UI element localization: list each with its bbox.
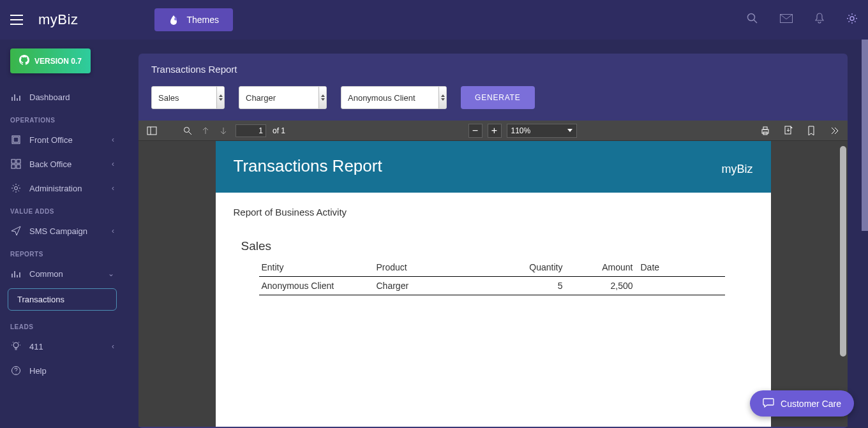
cell-date <box>636 277 725 295</box>
lightbulb-icon <box>10 341 22 352</box>
filter-client-value: Anonymous Client <box>348 93 415 103</box>
zoom-out-button[interactable]: − <box>468 124 483 138</box>
chevron-left-icon: ‹ <box>112 226 114 235</box>
sidebar-subitem-transactions[interactable]: Transactions <box>8 288 117 311</box>
select-handle-icon <box>318 87 326 108</box>
cell-quantity: 5 <box>502 277 565 295</box>
svg-rect-8 <box>11 165 15 168</box>
col-product: Product <box>374 258 502 277</box>
zoom-value: 110% <box>511 126 531 135</box>
dashboard-icon <box>10 91 22 103</box>
gear-icon[interactable] <box>846 13 858 27</box>
mail-icon[interactable] <box>780 14 793 26</box>
customer-care-button[interactable]: Customer Care <box>750 390 854 417</box>
page-title: Transactions Report <box>138 64 848 82</box>
themes-label: Themes <box>186 15 219 25</box>
page-number-input[interactable] <box>236 124 266 137</box>
sidebar-item-label: Dashboard <box>29 92 70 102</box>
header-right <box>747 13 858 27</box>
filter-product-value: Charger <box>246 93 276 103</box>
sidebar-item-back-office[interactable]: Back Office ‹ <box>0 152 124 176</box>
pdf-scrollbar[interactable] <box>840 146 846 357</box>
chevron-left-icon: ‹ <box>112 184 114 193</box>
content-card: Transactions Report Sales Charger Anonym… <box>138 54 848 428</box>
svg-rect-6 <box>11 159 15 163</box>
top-header: myBiz Themes <box>0 0 868 40</box>
sidebar-item-dashboard[interactable]: Dashboard <box>0 85 124 109</box>
col-quantity: Quantity <box>502 258 565 277</box>
sidebar-item-sms-campaign[interactable]: SMS Campaign ‹ <box>0 219 124 243</box>
pdf-search-icon[interactable] <box>182 125 193 137</box>
table-row: Anonymous Client Charger 5 2,500 <box>259 277 725 295</box>
section-reports: REPORTS <box>0 243 124 262</box>
report-subtitle: Report of Business Activity <box>234 207 753 218</box>
col-entity: Entity <box>259 258 374 277</box>
pdf-toolbar: of 1 − + 110% <box>138 121 848 141</box>
more-tools-icon[interactable] <box>828 125 840 137</box>
report-table: Entity Product Quantity Amount Date Anon… <box>259 258 725 295</box>
svg-point-15 <box>184 127 190 132</box>
filter-client-select[interactable]: Anonymous Client <box>341 86 447 109</box>
bookmark-icon[interactable] <box>805 125 817 137</box>
bell-icon[interactable] <box>814 13 825 27</box>
droplet-icon <box>168 15 179 25</box>
pdf-body[interactable]: Transactions Report myBiz Report of Busi… <box>138 141 848 427</box>
svg-line-16 <box>189 132 191 135</box>
prev-page-icon[interactable] <box>200 125 211 137</box>
send-icon <box>10 225 22 237</box>
report-title: Transactions Report <box>234 156 382 176</box>
sidebar-item-common[interactable]: Common ⌄ <box>0 262 124 286</box>
generate-button[interactable]: GENERATE <box>461 86 535 109</box>
section-leads: LEADS <box>0 316 124 334</box>
svg-rect-13 <box>147 127 156 135</box>
chevron-left-icon: ‹ <box>112 159 114 168</box>
report-content: Report of Business Activity Sales Entity… <box>216 193 771 309</box>
svg-point-11 <box>13 343 19 348</box>
chevron-left-icon: ‹ <box>112 342 114 351</box>
gear-icon <box>10 182 22 194</box>
sidebar-item-label: Administration <box>29 184 82 193</box>
sidebar-toggle-icon[interactable] <box>146 125 158 137</box>
sidebar-item-administration[interactable]: Administration ‹ <box>0 176 124 200</box>
section-operations: OPERATIONS <box>0 109 124 128</box>
sidebar-item-label: SMS Campaign <box>29 226 87 236</box>
sidebar-item-label: 411 <box>29 342 43 351</box>
svg-point-3 <box>850 17 854 20</box>
section-value-adds: VALUE ADDS <box>0 200 124 219</box>
zoom-select[interactable]: 110% <box>507 124 577 138</box>
menu-toggle-icon[interactable] <box>10 15 23 25</box>
pdf-page: Transactions Report myBiz Report of Busi… <box>216 141 771 427</box>
sidebar-item-411[interactable]: 411 ‹ <box>0 334 124 358</box>
front-office-icon <box>10 134 22 145</box>
report-brand: myBiz <box>722 163 753 176</box>
download-icon[interactable] <box>782 125 794 137</box>
github-icon <box>19 55 29 67</box>
chat-icon <box>763 397 774 410</box>
filter-type-select[interactable]: Sales <box>151 86 225 109</box>
sidebar-item-label: Front Office <box>29 135 73 145</box>
sidebar-item-front-office[interactable]: Front Office ‹ <box>0 128 124 152</box>
chevron-down-icon: ⌄ <box>108 269 114 278</box>
filter-row: Sales Charger Anonymous Client GENERATE <box>138 82 848 121</box>
print-icon[interactable] <box>760 125 771 137</box>
page-of-label: of 1 <box>273 126 285 135</box>
version-button[interactable]: VERSION 0.7 <box>10 48 91 73</box>
sidebar-item-help[interactable]: Help <box>0 358 124 383</box>
svg-point-10 <box>15 187 18 190</box>
themes-button[interactable]: Themes <box>154 8 233 31</box>
filter-type-value: Sales <box>158 93 179 103</box>
filter-product-select[interactable]: Charger <box>239 86 327 109</box>
sidebar-subitem-label: Transactions <box>17 295 64 304</box>
page-scrollbar[interactable] <box>862 40 868 231</box>
report-header: Transactions Report myBiz <box>216 141 771 193</box>
sidebar-item-label: Back Office <box>29 159 71 169</box>
next-page-icon[interactable] <box>218 125 229 137</box>
col-amount: Amount <box>565 258 636 277</box>
app-title: myBiz <box>38 11 78 28</box>
zoom-in-button[interactable]: + <box>488 124 502 138</box>
svg-rect-9 <box>17 165 20 168</box>
help-icon <box>10 365 22 376</box>
search-icon[interactable] <box>747 13 758 27</box>
report-section-title: Sales <box>241 239 753 253</box>
back-office-icon <box>10 158 22 170</box>
